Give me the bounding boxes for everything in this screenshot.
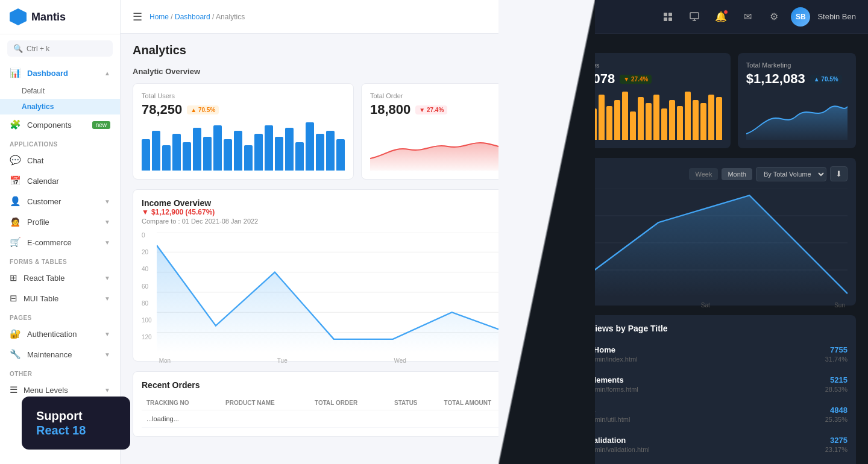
dark-x-axis: FriSatSun <box>567 302 848 309</box>
sidebar-item-components[interactable]: 🧩 Components new <box>0 114 120 135</box>
bar <box>244 145 253 171</box>
bar <box>172 134 181 171</box>
download-button[interactable]: ⬇ <box>830 166 848 181</box>
table-row[interactable]: ...loading... <box>142 410 526 428</box>
page-view-row[interactable]: Admin Home /demo/admin/index.html 7755 3… <box>567 339 848 369</box>
topbar-light: ☰ Home / Dashboard / Analytics <box>121 0 547 34</box>
react-table-icon: ⊞ <box>10 272 17 283</box>
sidebar-item-profile[interactable]: 🙍 Profile ▼ <box>0 212 120 232</box>
dark-page-content: Total Sales $35,078 ▼ 27.4% Total Market… <box>547 34 868 464</box>
search-input[interactable] <box>27 45 107 53</box>
monitor-icon-btn[interactable] <box>685 7 704 27</box>
bell-icon-btn[interactable]: 🔔 <box>711 7 731 27</box>
sidebar-item-analytics[interactable]: Analytics <box>0 99 120 114</box>
sidebar: Mantis 🔍 📊 Dashboard ▲ Default Analytics… <box>0 0 121 464</box>
stat-card-total-order: Total Order 18,800 ▼ 27.4% <box>361 83 535 180</box>
page-views-table: Admin Home /demo/admin/index.html 7755 3… <box>567 339 848 464</box>
sidebar-logo[interactable]: Mantis <box>0 0 120 34</box>
sidebar-item-customer[interactable]: 👤 Customer ▼ <box>0 191 120 212</box>
bar-chart <box>142 122 345 171</box>
sidebar-item-chat[interactable]: 💬 Chat <box>0 150 120 171</box>
bar <box>677 106 683 140</box>
breadcrumb-dashboard[interactable]: Dashboard <box>175 13 210 21</box>
settings-icon-btn[interactable]: ⚙ <box>764 7 784 27</box>
income-meta: ▼ $1,12,900 (45.67%) <box>142 208 258 216</box>
profile-icon: 🙍 <box>10 216 21 227</box>
stat-badge: ▲ 70.5% <box>187 105 219 114</box>
breadcrumb: Home / Dashboard / Analytics <box>149 13 245 21</box>
page-view-row[interactable]: Utilities /demo/admin/util.html 4848 25.… <box>567 400 848 430</box>
sidebar-item-mui-table[interactable]: ⊟ MUI Table ▼ <box>0 288 120 309</box>
chevron-down-icon: ▼ <box>104 275 110 281</box>
grid-icon-btn[interactable] <box>658 7 678 27</box>
sidebar-item-ecommerce[interactable]: 🛒 E-commerce ▼ <box>0 232 120 252</box>
pv-title: Utilities <box>567 406 631 415</box>
bar <box>275 137 283 171</box>
pv-count: 4848 <box>825 406 848 415</box>
x-axis: MonTueWedThu <box>157 357 526 364</box>
total-sales-chart <box>567 92 722 140</box>
sidebar-item-dashboard[interactable]: 📊 Dashboard ▲ <box>0 63 120 83</box>
chevron-down-icon: ▼ <box>104 331 110 337</box>
support-popup[interactable]: Support React 18 <box>22 397 130 450</box>
y-axis: 120100806040200 <box>142 232 157 340</box>
col-tracking: TRACKING NO <box>142 396 221 410</box>
svg-rect-7 <box>668 13 672 16</box>
bar <box>234 131 242 171</box>
svg-rect-10 <box>690 13 699 19</box>
pv-title: Form Elements <box>567 375 638 384</box>
bar <box>295 142 304 171</box>
page-views-card: Page Views by Page Title Admin Home /dem… <box>559 315 856 464</box>
page-view-row[interactable]: Form Elements /demo/admin/forms.html 521… <box>567 369 848 400</box>
bar <box>693 100 699 140</box>
bar <box>622 92 628 140</box>
sidebar-item-default[interactable]: Default <box>0 83 120 99</box>
sidebar-item-react-table[interactable]: ⊞ React Table ▼ <box>0 268 120 288</box>
stat-badge: ▲ 70.5% <box>810 75 842 84</box>
page-view-row[interactable]: Modals /demo/admin/modals.html 3003 22.2… <box>567 460 848 464</box>
topbar-dark: 🔔 ✉ ⚙ SB Stebin Ben <box>547 0 868 34</box>
sales-bar-chart <box>567 92 722 140</box>
income-title: Income Overview <box>142 198 258 208</box>
notification-badge <box>723 10 728 14</box>
light-panel: ☰ Home / Dashboard / Analytics Analytics… <box>121 0 547 464</box>
volume-select[interactable]: By Total Volume <box>756 167 826 181</box>
menu-toggle-icon[interactable]: ☰ <box>133 10 142 24</box>
sidebar-item-calendar[interactable]: 📅 Calendar <box>0 171 120 191</box>
bar <box>685 92 691 140</box>
bar <box>638 97 644 140</box>
breadcrumb-home[interactable]: Home <box>149 13 169 21</box>
components-icon: 🧩 <box>10 119 21 130</box>
income-compare: Compare to : 01 Dec 2021-08 Jan 2022 <box>142 218 258 225</box>
recent-orders-title: Recent Orders <box>142 380 526 390</box>
income-header: Income Overview ▼ $1,12,900 (45.67%) Com… <box>142 198 526 225</box>
sidebar-item-label: Calendar <box>27 177 59 186</box>
bar <box>646 103 652 140</box>
pv-pct: 25.35% <box>825 416 848 423</box>
stat-label: Total Users <box>142 92 345 99</box>
week-button[interactable]: Week <box>689 168 718 180</box>
bar <box>152 131 160 171</box>
auth-icon: 🔐 <box>10 328 21 339</box>
support-title: Support <box>36 409 116 423</box>
stat-value: $1,12,083 ▲ 70.5% <box>746 71 848 87</box>
pv-url: /demo/admin/validation.html <box>567 446 650 453</box>
sidebar-search[interactable]: 🔍 <box>7 40 113 57</box>
sidebar-item-authentication[interactable]: 🔐 Authentication ▼ <box>0 324 120 344</box>
page-view-row[interactable]: Form Validation /demo/admin/validation.h… <box>567 430 848 460</box>
month-button[interactable]: Month <box>722 168 752 180</box>
stat-label: Total Order <box>370 92 526 99</box>
breadcrumb-current: Analytics <box>216 13 245 21</box>
pv-url: /demo/admin/forms.html <box>567 386 638 393</box>
bar <box>265 125 273 171</box>
bar <box>716 97 722 140</box>
mail-icon-btn[interactable]: ✉ <box>738 7 757 27</box>
avatar: SB <box>791 7 810 27</box>
pv-url: /demo/admin/util.html <box>567 416 631 423</box>
sidebar-item-maintenance[interactable]: 🔧 Maintenance ▼ <box>0 344 120 365</box>
total-marketing-chart <box>746 92 848 140</box>
support-subtitle: React 18 <box>36 423 116 437</box>
income-chart: MonTueWedThu <box>157 232 526 353</box>
mui-table-icon: ⊟ <box>10 293 17 304</box>
dark-income-card: Week Month By Total Volume ⬇ <box>559 158 856 306</box>
